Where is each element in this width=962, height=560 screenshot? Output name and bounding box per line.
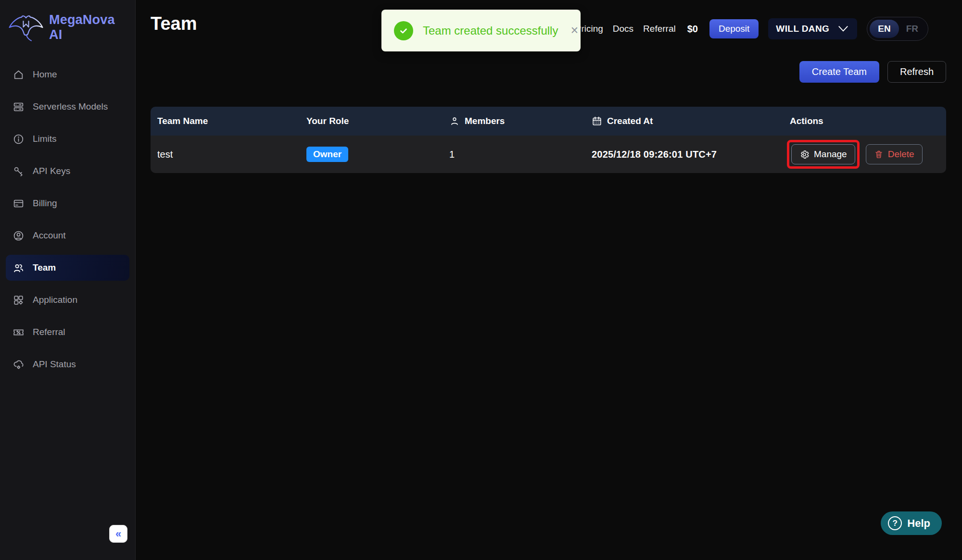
role-badge: Owner	[306, 147, 348, 162]
cell-team-name: test	[151, 149, 300, 160]
home-icon	[13, 69, 25, 81]
delete-button-label: Delete	[888, 149, 914, 160]
chevrons-left-icon: «	[115, 529, 121, 539]
teams-table: Team Name Your Role Members Created At A…	[151, 107, 946, 173]
sidebar-item-label: Application	[33, 295, 77, 305]
cell-created-at: 2025/12/18 09:26:01 UTC+7	[585, 149, 783, 160]
sidebar-item-label: Billing	[33, 198, 57, 209]
user-name: WILL DANG	[776, 24, 829, 34]
success-check-icon	[394, 21, 413, 40]
sidebar-item-team[interactable]: Team	[6, 255, 129, 281]
help-button-label: Help	[907, 517, 930, 530]
info-icon	[13, 133, 25, 145]
sidebar-item-limits[interactable]: Limits	[6, 126, 129, 152]
team-toolbar: Create Team Refresh	[799, 61, 946, 83]
sidebar-item-label: Account	[33, 230, 66, 241]
person-icon	[449, 116, 460, 126]
sidebar-item-api-status[interactable]: API Status	[6, 351, 129, 377]
column-created-at: Created At	[585, 116, 783, 126]
language-toggle: EN FR	[867, 17, 928, 41]
column-team-name: Team Name	[151, 116, 300, 126]
sidebar: MegaNova AI Home Serverless Models Limit…	[0, 0, 136, 560]
sidebar-item-billing[interactable]: Billing	[6, 190, 129, 216]
chevron-down-icon	[837, 25, 849, 33]
nav-link-docs[interactable]: Docs	[613, 24, 633, 34]
refresh-button[interactable]: Refresh	[887, 61, 946, 83]
question-icon: ?	[888, 516, 902, 530]
table-header-row: Team Name Your Role Members Created At A…	[151, 107, 946, 136]
sidebar-item-api-keys[interactable]: API Keys	[6, 158, 129, 184]
sidebar-collapse-button[interactable]: «	[109, 525, 127, 543]
users-icon	[13, 262, 25, 274]
gear-icon	[799, 149, 810, 160]
sidebar-nav: Home Serverless Models Limits API Keys B…	[0, 47, 135, 377]
manage-highlight-annotation: Manage	[787, 140, 860, 169]
brand-name: MegaNova AI	[49, 12, 130, 42]
sidebar-item-label: Limits	[33, 134, 57, 144]
cell-members: 1	[443, 149, 585, 160]
column-actions: Actions	[783, 116, 946, 126]
cell-actions: Manage Delete	[783, 140, 946, 169]
key-icon	[13, 165, 25, 177]
top-nav: Pricing Docs Referral $0 Deposit WILL DA…	[575, 17, 928, 40]
cloud-gear-icon	[13, 359, 25, 371]
success-toast: Team created successfully ×	[381, 10, 581, 51]
ticket-icon	[13, 326, 25, 338]
user-circle-icon	[13, 230, 25, 242]
delete-button[interactable]: Delete	[866, 144, 923, 164]
grid-icon	[13, 294, 25, 306]
sidebar-item-account[interactable]: Account	[6, 223, 129, 249]
sidebar-item-label: Referral	[33, 327, 65, 337]
cell-role: Owner	[300, 147, 443, 162]
sidebar-item-referral[interactable]: Referral	[6, 319, 129, 345]
trash-icon	[874, 149, 884, 159]
table-row: test Owner 1 2025/12/18 09:26:01 UTC+7 M…	[151, 136, 946, 173]
brand-logo[interactable]: MegaNova AI	[0, 0, 135, 47]
create-team-button[interactable]: Create Team	[799, 61, 879, 83]
server-icon	[13, 101, 25, 113]
toast-message: Team created successfully	[423, 24, 558, 37]
sidebar-item-label: API Status	[33, 359, 76, 370]
toast-close-icon[interactable]: ×	[570, 24, 578, 37]
main-content: Team Team created successfully × Pricing…	[136, 0, 962, 560]
credit-card-icon	[13, 198, 25, 210]
nav-link-referral[interactable]: Referral	[643, 24, 676, 34]
sidebar-item-application[interactable]: Application	[6, 287, 129, 313]
sidebar-item-serverless-models[interactable]: Serverless Models	[6, 94, 129, 120]
sidebar-item-label: Home	[33, 69, 57, 80]
lang-option-fr[interactable]: FR	[899, 20, 925, 38]
calendar-icon	[592, 116, 602, 126]
sidebar-item-home[interactable]: Home	[6, 62, 129, 87]
help-button[interactable]: ? Help	[881, 511, 942, 535]
sidebar-item-label: Team	[33, 262, 56, 273]
manta-logo-icon	[8, 12, 44, 42]
sidebar-item-label: Serverless Models	[33, 101, 108, 112]
manage-button[interactable]: Manage	[791, 144, 855, 164]
column-members: Members	[443, 116, 585, 126]
balance-amount: $0	[685, 24, 700, 35]
user-menu[interactable]: WILL DANG	[768, 18, 857, 39]
column-your-role: Your Role	[300, 116, 443, 126]
page-title: Team	[151, 13, 197, 34]
sidebar-item-label: API Keys	[33, 166, 70, 176]
manage-button-label: Manage	[814, 149, 847, 160]
lang-option-en[interactable]: EN	[870, 20, 899, 38]
deposit-button[interactable]: Deposit	[709, 19, 759, 38]
